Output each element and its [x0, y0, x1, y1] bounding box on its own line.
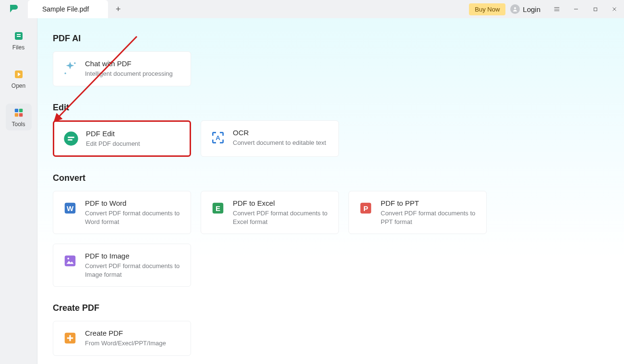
svg-text:W: W [67, 204, 74, 212]
section-convert: Convert W PDF to Word Convert PDF format… [53, 173, 624, 287]
svg-rect-1 [594, 8, 597, 11]
card-title: PDF to PPT [381, 199, 478, 207]
document-tab[interactable]: Sample File.pdf [28, 0, 108, 18]
section-heading: Convert [53, 173, 624, 183]
card-pdf-to-image[interactable]: PDF to Image Convert PDF format document… [53, 244, 191, 287]
section-pdf-ai: PDF AI Chat with PDF Intelligent documen… [53, 34, 624, 86]
svg-point-10 [64, 72, 66, 74]
image-icon [62, 253, 78, 269]
card-desc: Convert PDF format documents to PPT form… [381, 209, 478, 226]
user-avatar-icon [510, 4, 520, 14]
app-logo [0, 0, 28, 18]
card-title: PDF Edit [86, 129, 140, 138]
section-create-pdf: Create PDF Create PDF From Word/Execl/PP… [53, 303, 624, 356]
card-desc: Intelligent document processing [85, 70, 173, 78]
sidebar-item-label: Files [12, 44, 24, 51]
sidebar-item-tools[interactable]: Tools [6, 104, 32, 130]
card-title: PDF to Image [85, 252, 182, 260]
maximize-button[interactable] [586, 0, 605, 18]
menu-icon[interactable] [547, 0, 566, 18]
card-desc: From Word/Execl/PPT/Image [85, 339, 166, 348]
svg-rect-4 [14, 109, 18, 112]
svg-point-0 [514, 7, 516, 9]
card-pdf-to-ppt[interactable]: P PDF to PPT Convert PDF format document… [348, 191, 487, 234]
login-button[interactable]: Login [510, 4, 540, 14]
svg-point-11 [64, 131, 78, 145]
card-chat-with-pdf[interactable]: Chat with PDF Intelligent document proce… [53, 51, 191, 86]
card-title: PDF to Excel [233, 199, 330, 207]
create-pdf-icon [62, 330, 78, 346]
svg-text:P: P [363, 204, 368, 212]
title-bar: Sample File.pdf + Buy Now Login [0, 0, 624, 18]
section-heading: Edit [53, 103, 624, 113]
close-button[interactable] [605, 0, 624, 18]
files-icon [12, 30, 25, 42]
ocr-icon: A [210, 129, 226, 146]
svg-rect-7 [19, 113, 22, 117]
pdf-edit-icon [63, 130, 79, 147]
svg-rect-5 [19, 109, 22, 112]
tools-icon [12, 106, 25, 119]
svg-point-9 [74, 62, 75, 64]
card-pdf-edit[interactable]: PDF Edit Edit PDF document [53, 120, 191, 157]
card-title: PDF to Word [85, 199, 182, 207]
card-desc: Edit PDF document [86, 140, 140, 148]
card-pdf-to-word[interactable]: W PDF to Word Convert PDF format documen… [53, 191, 191, 234]
word-icon: W [62, 200, 78, 216]
card-title: Chat with PDF [85, 59, 173, 68]
tab-title: Sample File.pdf [42, 5, 89, 13]
sidebar-item-open[interactable]: Open [6, 65, 32, 92]
sidebar-item-label: Tools [12, 121, 25, 128]
card-create-pdf[interactable]: Create PDF From Word/Execl/PPT/Image [53, 321, 191, 356]
svg-rect-19 [65, 256, 76, 267]
card-pdf-to-excel[interactable]: E PDF to Excel Convert PDF format docume… [201, 191, 339, 234]
card-desc: Convert document to editable text [233, 139, 326, 147]
svg-text:E: E [216, 204, 220, 212]
sidebar-item-files[interactable]: Files [6, 27, 32, 54]
new-tab-button[interactable]: + [111, 4, 125, 14]
card-desc: Convert PDF format documents to Word for… [85, 209, 182, 226]
card-desc: Convert PDF format documents to Excel fo… [233, 209, 330, 226]
section-heading: PDF AI [53, 34, 624, 44]
window-controls [547, 0, 624, 18]
card-desc: Convert PDF format documents to Image fo… [85, 262, 182, 279]
card-title: OCR [233, 129, 326, 137]
buy-now-button[interactable]: Buy Now [469, 3, 505, 15]
sparkle-icon [62, 60, 78, 77]
section-heading: Create PDF [53, 303, 624, 313]
card-ocr[interactable]: A OCR Convert document to editable text [201, 120, 339, 157]
section-edit: Edit PDF Edit Edit PDF document A [53, 103, 624, 157]
login-label: Login [523, 5, 540, 13]
main-content: PDF AI Chat with PDF Intelligent documen… [37, 18, 624, 364]
excel-icon: E [210, 200, 226, 216]
card-title: Create PDF [85, 329, 166, 337]
open-icon [12, 68, 25, 81]
svg-rect-6 [14, 113, 18, 117]
svg-point-20 [67, 258, 69, 259]
sidebar-item-label: Open [12, 82, 25, 89]
sidebar: Files Open Tools [0, 18, 37, 364]
svg-text:A: A [216, 134, 220, 141]
minimize-button[interactable] [566, 0, 586, 18]
ppt-icon: P [358, 200, 374, 216]
